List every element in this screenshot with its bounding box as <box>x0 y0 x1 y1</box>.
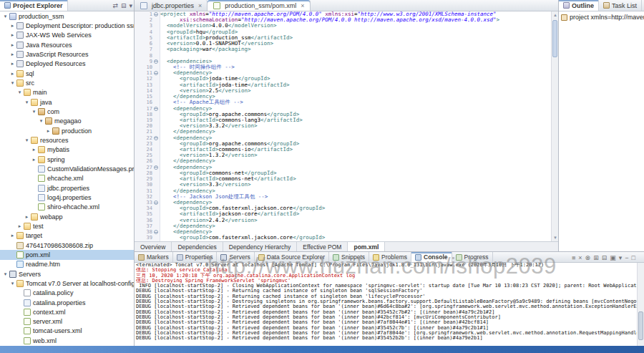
tree-item-4764170986308608-zip[interactable]: 4764170986308608.zip <box>0 241 134 250</box>
collapse-fold-icon[interactable] <box>154 71 158 75</box>
collapse-fold-icon[interactable] <box>154 230 158 234</box>
code-editor[interactable]: 1<project xmlns="http://maven.apache.org… <box>135 11 551 241</box>
tree-item-servers[interactable]: ▾Servers <box>0 269 134 279</box>
editor-scrollbar[interactable]: ▲ ▼ <box>551 11 558 241</box>
pom-tab-effective-pom[interactable]: Effective POM <box>297 242 348 251</box>
view-menu-icon[interactable]: ▾ <box>129 2 132 9</box>
tree-item-customvalidationmessages-properties[interactable]: CustomValidationMessages.properties <box>0 164 134 173</box>
tab-project-explorer[interactable]: Project Explorer <box>0 0 68 11</box>
pom-tab-dependencies[interactable]: Dependencies <box>172 242 223 251</box>
editor-tab-jdbc-properties[interactable]: jdbc.properties× <box>135 0 208 11</box>
tree-item-megagao[interactable]: ▾megagao <box>0 117 134 126</box>
tree-item-target[interactable]: ▸target <box>0 231 134 241</box>
tab-data-source-explorer[interactable]: Data Source Explorer <box>255 252 329 262</box>
twistie-collapsed-icon[interactable]: ▸ <box>31 147 37 153</box>
pom-tab-dependency-hierarchy[interactable]: Dependency Hierarchy <box>223 242 297 251</box>
collapse-fold-icon[interactable] <box>154 136 158 140</box>
editor-tab-production-ssm-pom-xml[interactable]: production_ssm/pom.xml× <box>208 0 310 11</box>
tab-progress[interactable]: Progress <box>452 252 493 262</box>
collapse-fold-icon[interactable] <box>154 107 158 111</box>
twistie-collapsed-icon[interactable]: ▸ <box>45 128 52 134</box>
tree-item-deployed-resources[interactable]: ▸Deployed Resources <box>0 59 134 69</box>
outline-item-project[interactable]: project xmlns=http://maven.a <box>559 11 644 23</box>
console-menu-icon[interactable]: ▾ <box>619 254 623 261</box>
tree-item-src[interactable]: ▾src <box>0 78 134 87</box>
scroll-lock-icon[interactable]: ⊟ <box>602 254 608 261</box>
twistie-collapsed-icon[interactable]: ▸ <box>9 61 16 67</box>
collapse-fold-icon[interactable] <box>154 59 158 64</box>
maximize-icon[interactable]: □ <box>632 254 635 261</box>
collapse-fold-icon[interactable] <box>154 200 158 205</box>
twistie-expanded-icon[interactable]: ▾ <box>9 80 16 86</box>
twistie-expanded-icon[interactable]: ▾ <box>38 118 44 124</box>
twistie-expanded-icon[interactable]: ▾ <box>9 281 16 286</box>
tree-item-javascript-resources[interactable]: ▸JavaScript Resources <box>0 49 134 59</box>
tree-item-sql[interactable]: ▸sql <box>0 69 134 78</box>
tree-item-resources[interactable]: ▾resources <box>0 135 134 145</box>
twistie-collapsed-icon[interactable]: ▸ <box>9 52 16 57</box>
tree-item-web-xml[interactable]: web.xml <box>0 336 134 345</box>
tree-item-context-xml[interactable]: context.xml <box>0 307 134 316</box>
tree-item-readme-htm[interactable]: readme.htm <box>0 260 134 269</box>
twistie-collapsed-icon[interactable]: ▸ <box>9 42 16 48</box>
twistie-collapsed-icon[interactable]: ▸ <box>9 233 16 238</box>
close-tab-icon[interactable]: × <box>198 2 202 9</box>
pin-console-icon[interactable]: ▣ <box>610 254 616 261</box>
remove-all-terminated-icon[interactable]: ⊗ <box>585 254 591 261</box>
pom-tab-overview[interactable]: Overview <box>135 242 172 251</box>
tab-properties[interactable]: Properties <box>173 252 218 262</box>
console-output[interactable]: <terminated> Tomcat v7.0 Server at local… <box>135 263 637 346</box>
tree-item-production-ssm[interactable]: ▾production_ssm <box>0 11 134 21</box>
collapse-fold-icon[interactable] <box>154 12 158 16</box>
tree-item-jax-ws-web-services[interactable]: ▸JAX-WS Web Services <box>0 31 134 40</box>
editor-scrollbar-thumb[interactable] <box>552 20 557 57</box>
twistie-collapsed-icon[interactable]: ▸ <box>24 214 30 220</box>
tree-item-spring[interactable]: ▸spring <box>0 155 134 164</box>
tree-item-mybatis[interactable]: ▸mybatis <box>0 145 134 155</box>
tree-item-deployment-descriptor-production-ssm[interactable]: ▸Deployment Descriptor: production ssm <box>0 21 134 30</box>
pom-tab-pom-xml[interactable]: pom.xml <box>348 242 385 251</box>
link-with-editor-icon[interactable]: ⇄ <box>112 2 118 9</box>
tree-item-tomcat-v7-0-server-at-localhost-config[interactable]: ▾Tomcat v7.0 Server at localhost-config <box>0 279 134 288</box>
tab-snippets[interactable]: Snippets <box>329 252 369 262</box>
twistie-collapsed-icon[interactable]: ▸ <box>9 23 16 29</box>
twistie-collapsed-icon[interactable]: ▸ <box>9 32 16 38</box>
collapse-all-icon[interactable]: ⊟ <box>121 2 127 9</box>
twistie-expanded-icon[interactable]: ▾ <box>24 100 30 105</box>
tree-item-ehcache-xml[interactable]: ehcache.xml <box>0 174 134 183</box>
tree-item-test[interactable]: ▸test <box>0 221 134 231</box>
twistie-expanded-icon[interactable]: ▾ <box>31 109 37 115</box>
tree-item-main[interactable]: ▾main <box>0 88 134 97</box>
twistie-collapsed-icon[interactable]: ▸ <box>31 157 37 163</box>
tab-console[interactable]: Console <box>411 252 452 262</box>
tab-task-list[interactable]: Task List <box>599 0 642 11</box>
console-scrollbar-thumb[interactable] <box>638 311 643 340</box>
twistie-expanded-icon[interactable]: ▾ <box>16 90 23 95</box>
tree-item-tomcat-users-xml[interactable]: tomcat-users.xml <box>0 327 134 336</box>
close-tab-icon[interactable]: × <box>301 2 304 9</box>
tree-item-shiro-ehcache-xml[interactable]: shiro-ehcache.xml <box>0 203 134 212</box>
remove-launch-icon[interactable]: × <box>578 254 582 261</box>
terminate-icon[interactable]: ■ <box>572 254 575 261</box>
twistie-expanded-icon[interactable]: ▾ <box>24 137 30 143</box>
tree-item-com[interactable]: ▾com <box>0 107 134 116</box>
tree-item-jdbc-properties[interactable]: jdbc.properties <box>0 183 134 193</box>
tab-servers[interactable]: Servers <box>217 252 254 262</box>
tree-item-server-xml[interactable]: server.xml <box>0 317 134 327</box>
minimize-icon[interactable]: − <box>625 254 628 261</box>
tab-problems[interactable]: Problems <box>369 252 411 262</box>
clear-console-icon[interactable]: ⊞ <box>593 254 599 261</box>
twistie-collapsed-icon[interactable]: ▸ <box>9 71 16 77</box>
collapse-fold-icon[interactable] <box>154 165 158 170</box>
twistie-collapsed-icon[interactable]: ▸ <box>16 223 23 229</box>
tab-markers[interactable]: Markers <box>135 252 173 262</box>
tree-item-pom-xml[interactable]: pom.xml <box>0 250 134 259</box>
tree-item-java-resources[interactable]: ▸Java Resources <box>0 40 134 49</box>
twistie-expanded-icon[interactable]: ▾ <box>2 271 9 277</box>
tree-item-catalina-policy[interactable]: catalina.policy <box>0 289 134 298</box>
tree-item-catalina-properties[interactable]: catalina.properties <box>0 298 134 307</box>
tree-item-log4j-properties[interactable]: log4j.properties <box>0 193 134 202</box>
tab-outline[interactable]: Outline <box>559 0 599 11</box>
twistie-expanded-icon[interactable]: ▾ <box>2 14 9 19</box>
console-scrollbar[interactable] <box>637 263 644 346</box>
